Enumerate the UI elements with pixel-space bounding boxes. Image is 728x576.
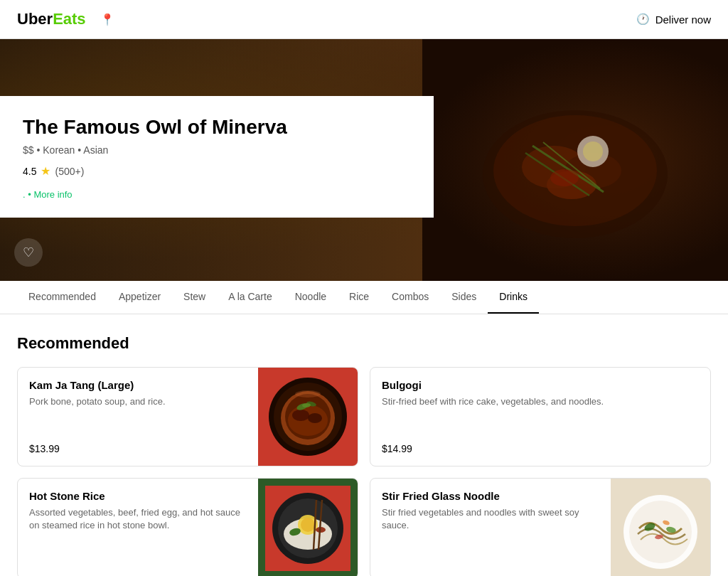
cuisine-separator: • [36,144,43,156]
logo: Uber Eats [17,10,86,28]
header: Uber Eats 📍 🕐 Deliver now [0,0,728,39]
deliver-now-button[interactable]: 🕐 Deliver now [636,13,711,26]
menu-item-info: Hot Stone Rice Assorted vegetables, beef… [18,479,258,576]
logo-eats: Eats [53,10,85,28]
menu-item-image-container [611,479,710,576]
menu-item-card[interactable]: Stir Fried Glass Noodle Stir fried veget… [370,478,711,576]
deliver-label: Deliver now [655,14,711,26]
restaurant-info-card: The Famous Owl of Minerva $$ • Korean • … [0,96,434,218]
category-item-a-la-carte[interactable]: A la Carte [217,281,283,314]
svg-point-9 [583,142,603,161]
svg-point-16 [292,410,309,421]
category-item-stew[interactable]: Stew [172,281,217,314]
menu-item-image-container [258,479,358,576]
price-range: $$ [23,144,34,156]
svg-point-15 [288,405,328,436]
menu-item-card[interactable]: Bulgogi Stir-fried beef with rice cake, … [370,367,711,466]
svg-point-17 [308,413,322,423]
menu-item-name: Bulgogi [382,379,699,391]
star-icon: ★ [41,164,50,178]
category-item-combos[interactable]: Combos [380,281,440,314]
main-content: Recommended Kam Ja Tang (Large) Pork bon… [0,314,728,576]
svg-point-27 [301,518,315,532]
category-item-appetizer[interactable]: Appetizer [107,281,172,314]
rating-count: (500+) [55,166,84,177]
svg-point-21 [295,390,321,398]
menu-item-info: Kam Ja Tang (Large) Pork bone, potato so… [18,368,258,466]
category-item-rice[interactable]: Rice [338,281,380,314]
category-item-drinks[interactable]: Drinks [488,281,539,314]
menu-item-price: $14.99 [382,443,699,454]
menu-item-name: Stir Fried Glass Noodle [382,490,599,502]
menu-item-desc: Stir fried vegetables and noodles with s… [382,506,599,532]
category-nav: RecommendedAppetizerStewA la CarteNoodle… [0,281,728,314]
more-info-link[interactable]: . • More info [23,189,73,200]
category-item-noodle[interactable]: Noodle [284,281,338,314]
menu-item-price: $13.99 [29,443,247,454]
food-plate-svg [461,68,689,252]
hero-banner: The Famous Owl of Minerva $$ • Korean • … [0,39,728,281]
restaurant-meta: $$ • Korean • Asian [23,144,411,156]
clock-icon: 🕐 [636,13,650,26]
menu-item-card[interactable]: Kam Ja Tang (Large) Pork bone, potato so… [17,367,358,466]
location-button[interactable]: 📍 [100,13,114,26]
menu-item-info: Stir Fried Glass Noodle Stir fried veget… [370,479,611,576]
restaurant-name: The Famous Owl of Minerva [23,116,411,139]
menu-item-desc: Assorted vegetables, beef, fried egg, an… [29,506,247,532]
menu-grid: Kam Ja Tang (Large) Pork bone, potato so… [17,367,711,576]
svg-point-10 [550,169,579,186]
heart-icon: ♡ [23,245,34,260]
hero-food-image [422,39,728,281]
menu-item-info: Bulgogi Stir-fried beef with rice cake, … [370,368,710,466]
menu-item-name: Hot Stone Rice [29,490,247,502]
restaurant-rating: 4.5 ★ (500+) [23,164,411,178]
location-icon: 📍 [100,13,114,26]
menu-item-name: Kam Ja Tang (Large) [29,379,247,391]
menu-item-desc: Pork bone, potato soup, and rice. [29,395,247,408]
food-image-svg [265,374,350,459]
favorite-button[interactable]: ♡ [14,238,43,267]
food-image-svg [265,486,350,571]
food-image-svg [611,479,710,576]
menu-item-desc: Stir-fried beef with rice cake, vegetabl… [382,395,699,408]
rating-value: 4.5 [23,166,36,177]
section-title: Recommended [17,334,711,353]
cuisines: Korean • Asian [43,144,108,156]
menu-item-image-container [258,368,358,466]
category-item-recommended[interactable]: Recommended [17,281,107,314]
category-item-sides[interactable]: Sides [440,281,488,314]
menu-item-card[interactable]: Hot Stone Rice Assorted vegetables, beef… [17,478,358,576]
logo-uber: Uber [17,10,53,28]
